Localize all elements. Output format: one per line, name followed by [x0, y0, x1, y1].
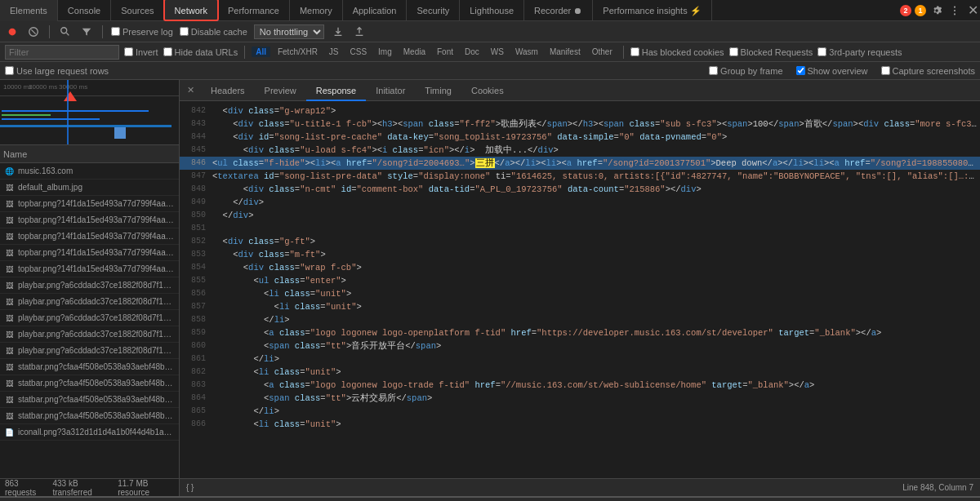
third-party-label[interactable]: 3rd-party requests — [817, 47, 902, 57]
type-ws[interactable]: WS — [487, 47, 508, 57]
show-overview-checkbox[interactable] — [796, 66, 805, 75]
blocked-requests-label[interactable]: Blocked Requests — [729, 47, 813, 57]
right-panel: ✕ Headers Preview Response Initiator Tim… — [180, 80, 980, 496]
list-item[interactable]: 🖼 statbar.png?cfaa4f508e0538a93aebf48b6f… — [0, 408, 179, 424]
line-content: <div class="u-title-1 f-cb"><h3><span cl… — [212, 117, 977, 131]
tab-initiator[interactable]: Initiator — [366, 80, 415, 101]
requests-list[interactable]: 🌐 music.163.com 🖼 default_album.jpg 🖼 to… — [0, 163, 179, 478]
list-item[interactable]: 🖼 playbar.png?a6cddadc37ce1882f08d7f145a… — [0, 277, 179, 294]
line-content: <div class="wrap f-cb"> — [212, 261, 977, 274]
list-item[interactable]: 🖼 statbar.png?cfaa4f508e0538a93aebf48b6f… — [0, 375, 179, 392]
list-item[interactable]: 🖼 playbar.png?a6cddadc37ce1882f08d7f145a… — [0, 294, 179, 310]
type-wasm[interactable]: Wasm — [511, 47, 542, 57]
tab-headers[interactable]: Headers — [201, 80, 255, 101]
list-item[interactable]: 🖼 topbar.png?14f1da15ed493a77d799f4aa6f7… — [0, 245, 179, 261]
type-js[interactable]: JS — [325, 47, 343, 57]
list-item[interactable]: 📄 iconall.png?3a312d1d1d4a1b0f44d4b1ac58… — [0, 424, 179, 441]
show-overview-label[interactable]: Show overview — [796, 66, 868, 76]
list-item[interactable]: 🖼 playbar.png?a6cddadc37ce1882f08d7f145a… — [0, 326, 179, 343]
list-item[interactable]: 🖼 playbar.png?a6cddadc37ce1882f08d7f145a… — [0, 343, 179, 359]
hide-data-urls-label[interactable]: Hide data URLs — [163, 47, 238, 57]
list-item[interactable]: 🖼 default_album.jpg — [0, 180, 179, 196]
export-icon[interactable] — [352, 24, 367, 39]
blocked-requests-checkbox[interactable] — [729, 47, 738, 56]
preserve-log-checkbox[interactable] — [111, 27, 120, 36]
filter-icon[interactable] — [79, 24, 94, 39]
file-icon: 🖼 — [3, 280, 15, 291]
has-blocked-label[interactable]: Has blocked cookies — [630, 47, 724, 57]
tab-elements[interactable]: Elements — [0, 0, 58, 21]
tab-cookies[interactable]: Cookies — [461, 80, 514, 101]
list-item[interactable]: 🖼 topbar.png?14f1da15ed493a77d799f4aa6f7… — [0, 228, 179, 245]
disable-cache-label[interactable]: Disable cache — [180, 27, 247, 37]
type-doc[interactable]: Doc — [461, 47, 483, 57]
throttle-select[interactable]: No throttling — [254, 24, 324, 39]
has-blocked-checkbox[interactable] — [630, 47, 639, 56]
list-item[interactable]: 🖼 playbar.png?a6cddadc37ce1882f08d7f145a… — [0, 310, 179, 326]
large-rows-checkbox[interactable] — [5, 66, 14, 75]
type-media[interactable]: Media — [399, 47, 430, 57]
whats-new-tab[interactable]: What's New — [7, 498, 70, 502]
tab-network[interactable]: Network — [165, 0, 218, 21]
large-rows-label[interactable]: Use large request rows — [5, 66, 109, 76]
code-line-866: 866 <li class="unit"> — [180, 418, 980, 431]
close-response-icon[interactable]: ✕ — [185, 85, 196, 96]
tab-application[interactable]: Application — [343, 0, 408, 21]
invert-checkbox[interactable] — [124, 47, 133, 56]
req-name: default_album.jpg — [18, 183, 176, 192]
list-item[interactable]: 🖼 topbar.png?14f1da15ed493a77d799f4aa6f7… — [0, 212, 179, 228]
hide-data-urls-checkbox[interactable] — [163, 47, 172, 56]
third-party-checkbox[interactable] — [817, 47, 826, 56]
more-icon[interactable] — [947, 3, 962, 18]
line-content: </div> — [212, 196, 977, 209]
line-content: <div class="g-ft"> — [212, 235, 977, 248]
line-content: <span class="tt">音乐开放平台</span> — [212, 339, 977, 352]
tab-sources[interactable]: Sources — [111, 0, 164, 21]
svg-point-1 — [954, 9, 956, 11]
list-item[interactable]: 🖼 topbar.png?14f1da15ed493a77d799f4aa6f7… — [0, 261, 179, 277]
list-item[interactable]: 🖼 statbar.png?cfaa4f508e0538a93aebf48b6f… — [0, 359, 179, 375]
list-item[interactable]: 🖼 topbar.png?14f1da15ed493a77d799f4aa6f7… — [0, 196, 179, 212]
group-by-frame-label[interactable]: Group by frame — [709, 66, 782, 76]
record-icon[interactable] — [5, 24, 20, 39]
type-css[interactable]: CSS — [346, 47, 372, 57]
third-party-text: 3rd-party requests — [829, 47, 902, 57]
type-manifest[interactable]: Manifest — [546, 47, 585, 57]
tab-timing[interactable]: Timing — [415, 80, 461, 101]
type-fetch-xhr[interactable]: Fetch/XHR — [274, 47, 322, 57]
disable-cache-checkbox[interactable] — [180, 27, 189, 36]
group-by-frame-checkbox[interactable] — [709, 66, 718, 75]
tab-recorder[interactable]: Recorder ⏺ — [524, 0, 593, 21]
line-num: 861 — [183, 352, 212, 366]
capture-screenshots-label[interactable]: Capture screenshots — [881, 66, 976, 76]
preserve-log-label[interactable]: Preserve log — [111, 27, 173, 37]
tab-console[interactable]: Console — [58, 0, 111, 21]
invert-label[interactable]: Invert — [124, 47, 158, 57]
tab-memory[interactable]: Memory — [290, 0, 343, 21]
line-content: <ul class="enter"> — [212, 274, 977, 287]
tab-response[interactable]: Response — [306, 80, 367, 101]
tab-preview[interactable]: Preview — [255, 80, 306, 101]
show-overview-text: Show overview — [808, 66, 868, 76]
settings-icon[interactable] — [929, 3, 944, 18]
type-all[interactable]: All — [252, 47, 270, 57]
list-item[interactable]: 🌐 music.163.com — [0, 163, 179, 180]
code-response-area[interactable]: 842 <div class="g-wrap12"> 843 <div clas… — [180, 101, 980, 478]
list-item[interactable]: 🖼 statbar.png?cfaa4f508e0538a93aebf48b6f… — [0, 392, 179, 408]
code-line-846: 846 <ul class="f-hide"><li><a href="/son… — [180, 157, 980, 170]
code-line-848: 848 <div class="n-cmt" id="comment-box" … — [180, 183, 980, 196]
tab-security[interactable]: Security — [407, 0, 460, 21]
tab-lighthouse[interactable]: Lighthouse — [460, 0, 524, 21]
type-other[interactable]: Other — [588, 47, 617, 57]
close-devtools-icon[interactable]: ✕ — [965, 3, 980, 18]
tab-perf-insights[interactable]: Performance insights ⚡ — [593, 0, 711, 21]
filter-input[interactable] — [5, 45, 119, 60]
clear-icon[interactable] — [26, 24, 41, 39]
type-font[interactable]: Font — [433, 47, 457, 57]
import-icon[interactable] — [331, 24, 345, 39]
code-line-858: 858 </li> — [180, 313, 980, 326]
search-icon[interactable] — [58, 24, 73, 39]
type-img[interactable]: Img — [374, 47, 396, 57]
tab-performance[interactable]: Performance — [218, 0, 290, 21]
capture-screenshots-checkbox[interactable] — [881, 66, 890, 75]
